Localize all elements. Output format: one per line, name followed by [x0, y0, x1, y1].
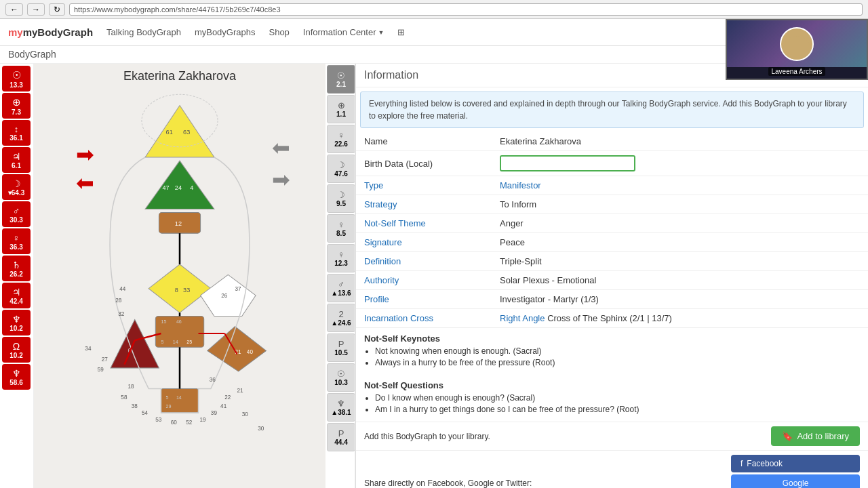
svg-text:30: 30 — [258, 426, 264, 432]
add-to-library-button[interactable]: 🔖 Add to library — [771, 426, 860, 446]
sidebar-icon-venus[interactable]: ♀36.3 — [2, 228, 31, 254]
not-self-link[interactable]: Not-Self Theme — [364, 218, 426, 228]
sidebar-icon-jupiter[interactable]: ♃6.1 — [2, 147, 31, 173]
svg-text:40: 40 — [247, 350, 254, 356]
svg-text:21: 21 — [237, 388, 244, 394]
svg-text:29: 29 — [166, 404, 172, 409]
ctrl-neptune[interactable]: ♆▲38.1 — [327, 393, 355, 422]
ctrl-2[interactable]: 2▲24.6 — [327, 304, 355, 332]
svg-text:37: 37 — [235, 286, 242, 292]
svg-text:33: 33 — [183, 287, 190, 293]
svg-text:39: 39 — [211, 410, 218, 416]
table-row-signature: Signature Peace — [356, 233, 868, 252]
share-label: Share directly on Facebook, Google or Tw… — [364, 479, 731, 488]
svg-text:34: 34 — [85, 346, 92, 352]
svg-text:36: 36 — [210, 377, 216, 383]
svg-text:14: 14 — [176, 395, 182, 401]
nav-talking[interactable]: Talking BodyGraph — [106, 27, 181, 37]
ctrl-sun[interactable]: ☉2.1 — [327, 65, 355, 94]
keynote-item-1: Not knowing when enough is enough. (Sacr… — [375, 346, 860, 356]
table-row-definition: Definition Triple-Split — [356, 252, 868, 271]
svg-text:5: 5 — [166, 395, 169, 401]
svg-text:44: 44 — [119, 286, 126, 292]
sidebar-icon-sun[interactable]: ☉13.3 — [2, 66, 31, 92]
ctrl-p2[interactable]: P44.4 — [327, 423, 355, 451]
arrow-right-bot: ➡ — [272, 169, 290, 190]
nav-grid[interactable]: ⊞ — [397, 27, 405, 37]
authority-link[interactable]: Authority — [364, 275, 399, 285]
sidebar-icon-neptune[interactable]: ♆10.2 — [2, 310, 31, 336]
info-notice: Everything listed below is covered and e… — [360, 92, 864, 128]
svg-text:32: 32 — [118, 311, 125, 317]
svg-text:27: 27 — [102, 357, 108, 363]
sidebar-icon-mars[interactable]: ♂30.3 — [2, 201, 31, 227]
arrow-left-mid: ⬅ — [76, 172, 94, 194]
svg-text:5: 5 — [161, 340, 163, 345]
sidebar-icon-earth[interactable]: ⊕7.3 — [2, 93, 31, 119]
ctrl-venus3[interactable]: ♀12.3 — [327, 244, 355, 272]
svg-text:22: 22 — [224, 394, 231, 401]
app-logo: mymyBodyGraph — [8, 26, 93, 38]
arrow-right-top: ➡ — [76, 144, 94, 165]
nav-shop[interactable]: Shop — [269, 27, 289, 37]
person-name: Ekaterina Zakharova — [34, 64, 326, 85]
svg-text:41: 41 — [220, 403, 227, 409]
svg-text:30: 30 — [242, 411, 249, 418]
svg-text:63: 63 — [183, 129, 190, 136]
sidebar-icon-neptune2[interactable]: ♆58.6 — [2, 364, 31, 390]
svg-text:46: 46 — [176, 319, 182, 325]
table-row-birth: Birth Data (Local) — [356, 151, 868, 176]
question-item-1: Do I know when enough is enough? (Sacral… — [375, 393, 860, 403]
svg-text:60: 60 — [171, 420, 178, 426]
cross-value-link[interactable]: Right Angle — [500, 313, 545, 323]
sidebar-icon-omega[interactable]: Ω10.2 — [2, 337, 31, 363]
share-row: Share directly on Facebook, Google or Tw… — [356, 450, 868, 488]
profile-link[interactable]: Profile — [364, 294, 389, 304]
sidebar-icon-saturn[interactable]: ♄26.2 — [2, 256, 31, 281]
refresh-button[interactable]: ↻ — [49, 3, 65, 16]
ctrl-earth[interactable]: ⊕1.1 — [327, 95, 355, 123]
svg-marker-0 — [145, 106, 214, 157]
strategy-link[interactable]: Strategy — [364, 199, 397, 209]
sidebar-icon-jupiter2[interactable]: ♃42.4 — [2, 283, 31, 308]
type-link[interactable]: Type — [364, 180, 383, 190]
type-value-link[interactable]: Manifestor — [500, 180, 541, 190]
video-label: Laveena Archers — [768, 67, 825, 76]
not-self-questions-header: Not-Self Questions — [356, 375, 868, 393]
ctrl-moon2[interactable]: ☽9.5 — [327, 184, 355, 213]
facebook-button[interactable]: f Facebook — [731, 455, 860, 472]
ctrl-p[interactable]: P10.5 — [327, 333, 355, 362]
incarnation-cross-link[interactable]: Incarnation Cross — [364, 313, 433, 323]
bodygraph-svg: 61 63 47 24 4 12 8 33 10 15 46 5 14 25 — [54, 85, 305, 444]
nav-mygraphs[interactable]: myBodyGraphs — [195, 27, 256, 37]
signature-link[interactable]: Signature — [364, 237, 402, 247]
ctrl-moon[interactable]: ☽47.6 — [327, 155, 355, 183]
svg-text:25: 25 — [186, 340, 192, 345]
svg-text:24: 24 — [175, 184, 182, 191]
ctrl-venus2[interactable]: ♀8.5 — [327, 214, 355, 243]
ctrl-mars[interactable]: ♂▲13.6 — [327, 274, 355, 302]
svg-text:58: 58 — [121, 394, 127, 401]
bodygraph-area: Ekaterina Zakharova ➡ ⬅ ⬅ ➡ 61 63 47 24 … — [34, 64, 326, 488]
nav-info[interactable]: Information Center▼ — [303, 27, 384, 37]
svg-text:52: 52 — [186, 420, 193, 426]
question-item-2: Am I in a hurry to get things done so I … — [375, 405, 860, 414]
svg-text:14: 14 — [173, 340, 178, 345]
definition-link[interactable]: Definition — [364, 256, 401, 266]
address-bar[interactable] — [69, 3, 863, 16]
back-button[interactable]: ← — [5, 3, 23, 16]
svg-text:59: 59 — [98, 367, 104, 373]
ctrl-sun2[interactable]: ☉10.3 — [327, 363, 355, 392]
ctrl-venus[interactable]: ♀22.6 — [327, 125, 355, 153]
svg-text:26: 26 — [221, 293, 228, 299]
add-icon: 🔖 — [782, 431, 793, 441]
sidebar-icon-node[interactable]: ↕36.1 — [2, 120, 31, 146]
svg-text:53: 53 — [155, 417, 162, 423]
sidebar-icon-moon[interactable]: ☽▾64.3 — [2, 174, 31, 200]
forward-button[interactable]: → — [27, 3, 45, 16]
google-button[interactable]: Google — [731, 474, 860, 488]
birth-data-input[interactable] — [500, 155, 635, 171]
svg-text:18: 18 — [128, 384, 135, 390]
table-row-type: Type Manifestor — [356, 176, 868, 195]
keynote-item-2: Always in a hurry to be free of the pres… — [375, 358, 860, 367]
